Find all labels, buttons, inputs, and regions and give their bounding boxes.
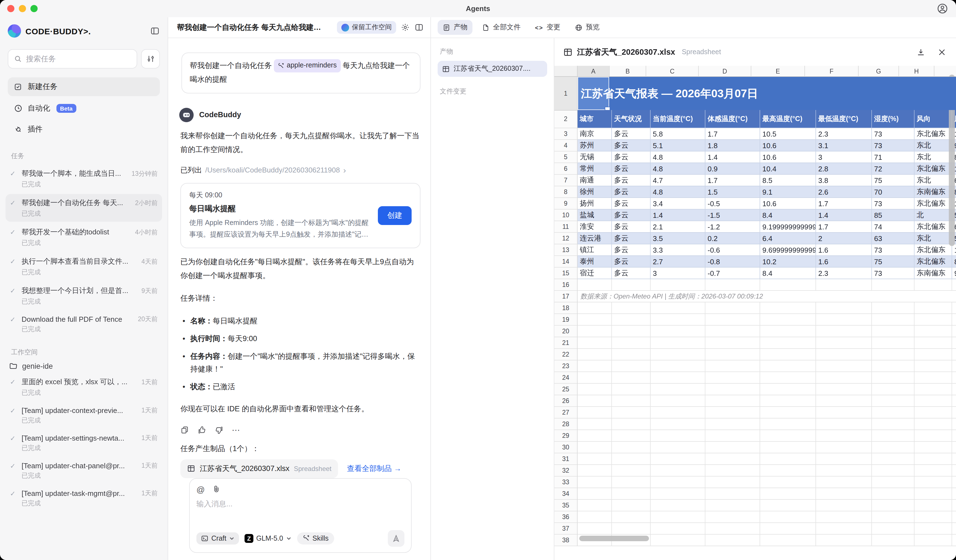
empty-cell[interactable] bbox=[705, 477, 760, 488]
row-header[interactable]: 21 bbox=[554, 337, 577, 349]
data-cell[interactable]: 4.7 bbox=[651, 175, 705, 186]
empty-cell[interactable] bbox=[705, 384, 760, 395]
data-cell[interactable]: 多云 bbox=[612, 128, 651, 140]
empty-cell[interactable] bbox=[651, 419, 705, 430]
workspace-task-item[interactable]: ✓里面的 excel 预览，xlsx 可以，...1天前已完成 bbox=[6, 373, 162, 401]
column-header-D[interactable]: D bbox=[699, 66, 751, 77]
empty-cell[interactable] bbox=[612, 442, 651, 453]
data-cell[interactable]: 75 bbox=[872, 175, 915, 186]
row-header[interactable]: 32 bbox=[554, 465, 577, 477]
split-panel-icon[interactable] bbox=[414, 23, 424, 32]
empty-cell[interactable] bbox=[577, 361, 612, 372]
empty-cell[interactable] bbox=[915, 500, 952, 511]
empty-cell[interactable] bbox=[760, 465, 816, 477]
sidebar-task-item[interactable]: ✓Download the full PDF of Tence20天前已完成 bbox=[6, 311, 162, 337]
empty-cell[interactable] bbox=[952, 361, 956, 372]
apple-reminders-chip[interactable]: apple-reminders bbox=[274, 60, 341, 72]
workspace-folder[interactable]: genie-ide bbox=[9, 362, 168, 370]
data-cell[interactable]: 10.6 bbox=[760, 198, 816, 210]
tab-变更[interactable]: <>变更 bbox=[530, 20, 565, 35]
sidebar-item-new-task[interactable]: 新建任务 bbox=[8, 77, 160, 96]
empty-cell[interactable] bbox=[816, 407, 872, 419]
empty-cell[interactable] bbox=[915, 523, 952, 535]
data-cell[interactable]: 3.5 bbox=[651, 233, 705, 244]
skills-button[interactable]: Skills bbox=[297, 532, 334, 544]
data-cell[interactable]: 1.7 bbox=[816, 198, 872, 210]
report-title-cell[interactable]: 江苏省天气报表 — 2026年03月07日 bbox=[577, 77, 956, 110]
column-header-A[interactable]: A bbox=[577, 66, 610, 77]
empty-cell[interactable] bbox=[760, 453, 816, 465]
empty-cell[interactable] bbox=[651, 511, 705, 523]
empty-cell[interactable] bbox=[915, 488, 952, 500]
empty-cell[interactable] bbox=[705, 500, 760, 511]
empty-cell[interactable] bbox=[872, 511, 915, 523]
empty-cell[interactable] bbox=[651, 523, 705, 535]
empty-cell[interactable] bbox=[952, 453, 956, 465]
empty-cell[interactable] bbox=[612, 430, 651, 442]
empty-cell[interactable] bbox=[760, 442, 816, 453]
data-cell[interactable]: 10.2 bbox=[760, 256, 816, 268]
empty-cell[interactable] bbox=[705, 453, 760, 465]
data-cell[interactable]: 徐州 bbox=[577, 186, 612, 198]
empty-cell[interactable] bbox=[651, 407, 705, 419]
data-cell[interactable]: 2.3 bbox=[816, 128, 872, 140]
empty-cell[interactable] bbox=[612, 337, 651, 349]
row-header[interactable]: 26 bbox=[554, 395, 577, 407]
data-cell[interactable]: 多云 bbox=[612, 186, 651, 198]
table-header-cell[interactable]: 最低温度(°C) bbox=[816, 110, 872, 128]
row-header[interactable]: 24 bbox=[554, 372, 577, 384]
empty-cell[interactable] bbox=[577, 500, 612, 511]
data-cell[interactable]: 1.4 bbox=[705, 152, 760, 163]
data-cell[interactable]: 2.7 bbox=[651, 256, 705, 268]
data-cell[interactable]: 东北偏东 bbox=[915, 256, 952, 268]
chat-input-box[interactable]: @ 输入消息... Craft Z bbox=[189, 478, 412, 553]
workspace-task-item[interactable]: ✓[Team] updater-chat-panel@pr...1天前已完成 bbox=[6, 458, 162, 484]
more-actions-icon[interactable]: ⋯ bbox=[232, 425, 241, 435]
grid-corner-cell[interactable] bbox=[554, 66, 577, 77]
empty-cell[interactable] bbox=[816, 314, 872, 326]
empty-cell[interactable] bbox=[952, 349, 956, 361]
empty-cell[interactable] bbox=[612, 326, 651, 337]
empty-cell[interactable] bbox=[577, 511, 612, 523]
data-cell[interactable]: 东北 bbox=[915, 140, 952, 152]
empty-cell[interactable] bbox=[872, 303, 915, 314]
data-cell[interactable]: 70 bbox=[872, 186, 915, 198]
empty-cell[interactable] bbox=[816, 535, 872, 546]
download-icon[interactable] bbox=[916, 47, 926, 56]
empty-cell[interactable] bbox=[577, 279, 612, 291]
empty-cell[interactable] bbox=[952, 279, 956, 291]
data-cell[interactable]: 多云 bbox=[612, 163, 651, 175]
empty-cell[interactable] bbox=[705, 349, 760, 361]
empty-cell[interactable] bbox=[577, 442, 612, 453]
empty-cell[interactable] bbox=[651, 395, 705, 407]
data-cell[interactable]: 5.8 bbox=[651, 128, 705, 140]
data-cell[interactable]: 连云港 bbox=[577, 233, 612, 244]
workspace-task-item[interactable]: ✓[Team] updater-task-mgmt@pr...1天前已完成 bbox=[6, 485, 162, 511]
data-cell[interactable]: 多云 bbox=[612, 152, 651, 163]
data-cell[interactable]: 63 bbox=[872, 233, 915, 244]
data-cell[interactable]: 73 bbox=[872, 244, 915, 256]
empty-cell[interactable] bbox=[915, 442, 952, 453]
empty-cell[interactable] bbox=[952, 384, 956, 395]
row-header[interactable]: 33 bbox=[554, 477, 577, 488]
empty-cell[interactable] bbox=[612, 500, 651, 511]
listed-directory-row[interactable]: 已列出 /Users/koali/CodeBuddy/2026030621190… bbox=[180, 165, 420, 175]
table-header-cell[interactable]: 城市 bbox=[577, 110, 612, 128]
empty-cell[interactable] bbox=[651, 326, 705, 337]
empty-cell[interactable] bbox=[952, 430, 956, 442]
empty-cell[interactable] bbox=[651, 465, 705, 477]
empty-cell[interactable] bbox=[872, 314, 915, 326]
row-header[interactable]: 22 bbox=[554, 349, 577, 361]
data-cell[interactable]: 0.2 bbox=[705, 233, 760, 244]
artifact-list-item[interactable]: 江苏省天气_20260307.... bbox=[438, 61, 547, 77]
row-header[interactable]: 15 bbox=[554, 268, 577, 279]
data-cell[interactable]: 11.6 bbox=[952, 244, 956, 256]
data-cell[interactable]: 无锡 bbox=[577, 152, 612, 163]
empty-cell[interactable] bbox=[651, 314, 705, 326]
selection-handle[interactable] bbox=[605, 107, 610, 110]
sidebar-task-item[interactable]: ✓执行一个脚本查看当前目录文件...4天前已完成 bbox=[6, 253, 162, 280]
data-cell[interactable]: 6.4 bbox=[760, 233, 816, 244]
data-cell[interactable]: 9.6999999999999 bbox=[760, 244, 816, 256]
empty-cell[interactable] bbox=[705, 523, 760, 535]
row-header[interactable]: 34 bbox=[554, 488, 577, 500]
